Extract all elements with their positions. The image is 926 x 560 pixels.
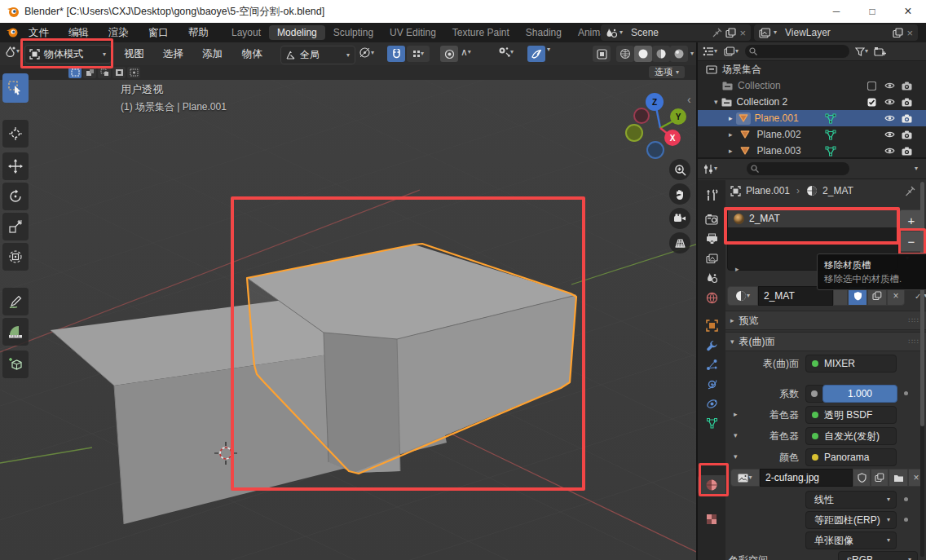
colorspace-dropdown[interactable]: sRGB ▾ <box>838 551 918 560</box>
outliner-editor-type-dropdown[interactable]: ▾ <box>703 46 717 56</box>
projection-decorate-dot[interactable] <box>904 518 908 522</box>
falloff-dropdown[interactable]: ∧ ▾ <box>461 46 471 58</box>
tab-scene[interactable] <box>698 268 725 288</box>
scene-selector[interactable]: ▾ Scene × <box>601 24 751 41</box>
shader1-selector[interactable]: 透明 BSDF <box>805 406 897 424</box>
tool-annotate[interactable] <box>2 288 29 315</box>
tab-material[interactable] <box>698 475 725 495</box>
tab-modifiers[interactable] <box>698 335 725 355</box>
zoom-view-button[interactable] <box>669 159 690 180</box>
tab-view-layer[interactable] <box>698 249 725 268</box>
surface-shader-selector[interactable]: MIXER <box>805 355 897 373</box>
plane002-camera-icon[interactable] <box>902 130 912 139</box>
shading-wireframe-button[interactable] <box>616 46 634 62</box>
shading-solid-button[interactable] <box>634 46 652 62</box>
menu-file[interactable]: 文件 <box>19 26 59 40</box>
collection2-camera-icon[interactable] <box>902 98 912 107</box>
workspace-tab-shading[interactable]: Shading <box>518 25 570 40</box>
open-image-button[interactable] <box>889 469 908 487</box>
outliner-row-collection1[interactable]: Collection <box>698 77 926 94</box>
tool-move[interactable] <box>2 152 29 180</box>
options-dropdown[interactable]: 选项 ▾ <box>649 66 685 78</box>
pan-view-button[interactable] <box>669 183 690 205</box>
tool-measure[interactable] <box>2 318 29 346</box>
outliner-display-mode-dropdown[interactable]: ▾ <box>724 46 739 56</box>
outliner-row-scene-collection[interactable]: 场景集合 <box>698 61 926 77</box>
collection1-checkbox-unchecked[interactable] <box>867 82 876 90</box>
viewlayer-selector[interactable]: ▾ ViewLayer × <box>754 24 918 41</box>
factor-decorate-dot[interactable] <box>904 391 908 395</box>
blender-menu-icon[interactable] <box>6 27 19 38</box>
gizmo-minus-y-axis[interactable] <box>626 125 642 141</box>
new-viewlayer-copy-icon[interactable] <box>893 28 903 38</box>
shading-material-button[interactable] <box>652 46 670 62</box>
collection2-expand-icon[interactable]: ▾ <box>714 99 718 106</box>
image-copy-button[interactable] <box>871 469 889 487</box>
navigation-gizmo[interactable]: Z Y X <box>624 86 699 161</box>
factor-socket-button[interactable] <box>805 385 823 403</box>
overlays-toggle[interactable] <box>527 46 545 62</box>
tool-scale[interactable] <box>2 213 29 240</box>
plane003-camera-icon[interactable] <box>902 147 912 156</box>
select-mode-new-button[interactable] <box>68 67 82 78</box>
xray-toggle[interactable] <box>593 46 611 62</box>
select-mode-subtract-button[interactable] <box>98 67 111 78</box>
properties-search-input[interactable] <box>747 162 849 175</box>
tab-physics[interactable] <box>698 374 725 394</box>
tab-particles[interactable] <box>698 355 725 374</box>
browse-material-dropdown[interactable]: ▾ <box>727 286 758 306</box>
properties-scrollbar[interactable] <box>920 182 924 557</box>
toggle-orthographic-button[interactable] <box>669 232 690 254</box>
interpolation-dropdown[interactable]: 线性 ▾ <box>805 491 897 509</box>
workspace-tab-modeling[interactable]: Modeling <box>269 25 325 40</box>
workspace-tab-texture-paint[interactable]: Texture Paint <box>444 25 518 40</box>
outliner-row-plane003[interactable]: ▸ Plane.003 <box>698 143 926 159</box>
workspace-tab-uv-editing[interactable]: UV Editing <box>381 25 444 40</box>
add-menu[interactable]: 添加 <box>194 47 231 61</box>
outliner-row-plane002[interactable]: ▸ Plane.002 <box>698 126 926 143</box>
menu-window[interactable]: 窗口 <box>139 26 179 40</box>
scrollbar-thumb[interactable] <box>920 182 924 426</box>
tool-rotate[interactable] <box>2 183 29 210</box>
collection2-checkbox-checked[interactable] <box>867 98 876 107</box>
select-mode-invert-button[interactable] <box>112 67 126 78</box>
plane001-expand-icon[interactable]: ▸ <box>729 115 733 122</box>
object-menu[interactable]: 物体 <box>234 47 271 61</box>
view-menu[interactable]: 视图 <box>116 47 152 61</box>
menu-help[interactable]: 帮助 <box>179 26 218 40</box>
outliner-search-input[interactable] <box>745 45 849 58</box>
slot-list-expand-icon[interactable]: ▸ <box>735 266 739 273</box>
remove-viewlayer-icon[interactable]: × <box>906 27 913 39</box>
shading-rendered-button[interactable] <box>670 46 688 62</box>
tab-output[interactable] <box>698 229 725 249</box>
surface-grip-icon[interactable]: ∷∷ <box>909 337 919 346</box>
editor-type-dropdown[interactable]: ▾ <box>4 46 20 57</box>
gizmo-minus-x-axis[interactable] <box>634 108 649 123</box>
pin-id-icon[interactable] <box>905 186 915 196</box>
source-dropdown[interactable]: 单张图像 ▾ <box>805 531 897 549</box>
tool-select-box[interactable] <box>2 73 29 103</box>
tab-tool[interactable] <box>698 185 725 205</box>
plane002-hide-eye-icon[interactable] <box>884 130 895 139</box>
outliner-filter-dropdown[interactable]: ▾ <box>855 47 868 56</box>
tab-object-data[interactable] <box>698 413 725 433</box>
proportional-edit-toggle[interactable] <box>440 46 458 62</box>
plane001-camera-icon[interactable] <box>902 114 912 123</box>
close-button[interactable]: × <box>890 0 926 23</box>
maximize-button[interactable]: □ <box>854 0 890 23</box>
select-menu[interactable]: 选择 <box>155 47 192 61</box>
breadcrumb-object-name[interactable]: Plane.001 <box>746 185 790 196</box>
projection-dropdown[interactable]: 等距圆柱(ERP) ▾ <box>805 511 897 529</box>
minimize-button[interactable]: ─ <box>818 0 854 23</box>
collection1-hide-eye-icon[interactable] <box>884 82 895 90</box>
image-fake-user-toggle[interactable] <box>853 469 871 487</box>
properties-editor-type-dropdown[interactable]: ▾ <box>703 164 717 174</box>
orientation-dropdown[interactable]: 全局 ▾ <box>280 46 355 64</box>
camera-view-button[interactable] <box>669 208 690 229</box>
new-collection-button[interactable] <box>874 46 886 57</box>
workspace-tab-sculpting[interactable]: Sculpting <box>325 25 381 40</box>
tab-constraints[interactable] <box>698 394 725 413</box>
surface-panel-header[interactable]: ▾ 表(曲)面 ∷∷ <box>725 332 926 351</box>
pivot-point-dropdown[interactable]: ▾ <box>359 46 374 59</box>
material-slot-row[interactable]: 2_MAT <box>728 209 897 227</box>
